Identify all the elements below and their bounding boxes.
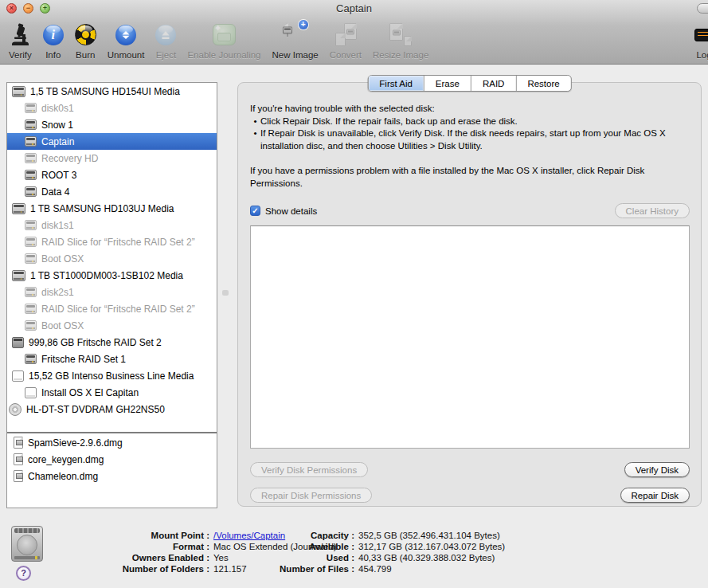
toolbar-item-resize-image: Resize Image <box>367 21 434 60</box>
sidebar-item-label: Chameleon.dmg <box>28 471 98 482</box>
window-header: × − + Captain VerifyiInfoBurnUnmountEjec… <box>0 0 708 65</box>
sidebar-item-label: RAID Slice for “Fritsche RAID Set 2” <box>41 237 195 248</box>
sidebar-item-label: 15,52 GB Intenso Business Line Media <box>29 370 194 382</box>
toolbar-item-label: Eject <box>156 50 177 60</box>
dmg-file-icon <box>14 470 23 482</box>
info-row-used: Used :40,33 GB (40.329.388.032 Bytes) <box>211 552 505 563</box>
sidebar-item-core-keygen-dmg[interactable]: core_keygen.dmg <box>7 451 217 468</box>
sidebar-item-label: Data 4 <box>41 186 69 198</box>
sidebar-item-recovery-hd[interactable]: Recovery HD <box>7 150 217 167</box>
toolbar-item-label: Info <box>45 50 61 60</box>
internal-disk-icon <box>12 203 25 214</box>
toolbar-icon-wrap <box>694 21 708 49</box>
sidebar-item-label: ROOT 3 <box>41 170 76 181</box>
toolbar-item-log[interactable]: Log <box>689 21 708 60</box>
info-label: Capacity : <box>211 530 354 541</box>
toolbar-item-label: Enable Journaling <box>187 50 260 60</box>
optical-drive-icon <box>9 403 22 416</box>
repair-disk-button[interactable]: Repair Disk <box>620 488 690 503</box>
device-list[interactable]: 1,5 TB SAMSUNG HD154UI Mediadisk0s1Snow … <box>6 82 217 508</box>
bullet-icon: • <box>250 127 260 152</box>
sidebar-item-15-52-gb-intenso-business-line-media[interactable]: 15,52 GB Intenso Business Line Media <box>7 367 217 384</box>
info-value: 352,5 GB (352.496.431.104 Bytes) <box>358 530 500 541</box>
toolbar-item-burn[interactable]: Burn <box>69 21 102 60</box>
toolbar-icon-wrap <box>115 21 136 49</box>
sidebar-item-label: RAID Slice for “Fritsche RAID Set 2” <box>41 304 195 315</box>
sidebar-item-label: disk2s1 <box>41 287 74 298</box>
resize-image-icon <box>389 23 412 46</box>
toolbar-item-new-image[interactable]: +New Image <box>267 21 324 60</box>
sidebar-item-install-os-x-el-capitan[interactable]: Install OS X El Capitan <box>7 384 217 401</box>
toolbar-icon-wrap <box>213 21 236 49</box>
info-value: 40,33 GB (40.329.388.032 Bytes) <box>358 552 495 563</box>
clear-history-button: Clear History <box>615 203 690 218</box>
sidebar-item-999-86-gb-fritsche-raid-set-2[interactable]: 999,86 GB Fritsche RAID Set 2 <box>7 334 217 351</box>
dmg-file-icon <box>14 453 23 465</box>
sidebar-item-raid-slice-for-fritsche-raid-set-2[interactable]: RAID Slice for “Fritsche RAID Set 2” <box>7 233 217 250</box>
bullet-icon: • <box>250 116 260 128</box>
raid-disk-icon <box>12 337 24 348</box>
info-label: Mount Point : <box>0 530 209 541</box>
info-label: Number of Folders : <box>0 563 209 574</box>
sidebar-item-hl-dt-st-dvdram-gh22ns50[interactable]: HL-DT-ST DVDRAM GH22NS50 <box>7 401 217 417</box>
internal-disk-icon <box>12 86 25 97</box>
sidebar-item-1-tb-samsung-hd103uj-media[interactable]: 1 TB SAMSUNG HD103UJ Media <box>7 200 217 217</box>
internal-disk-icon <box>12 270 25 281</box>
sidebar-item-1-tb-st1000dm003-1sb102-media[interactable]: 1 TB ST1000DM003-1SB102 Media <box>7 267 217 284</box>
sidebar-item-disk1s1[interactable]: disk1s1 <box>7 217 217 233</box>
details-log-area[interactable] <box>250 225 690 449</box>
toolbar-item-label: Resize Image <box>373 50 428 60</box>
sidebar-item-label: Install OS X El Capitan <box>41 387 139 398</box>
sidebar-item-spamsieve-2-9-6-dmg[interactable]: SpamSieve-2.9.6.dmg <box>7 434 217 451</box>
verify-disk-button[interactable]: Verify Disk <box>624 462 690 477</box>
sidebar-item-label: SpamSieve-2.9.6.dmg <box>28 437 123 449</box>
sidebar-item-label: Boot OSX <box>41 253 84 265</box>
volume-icon <box>25 186 37 197</box>
toolbar-item-label: Burn <box>76 50 95 60</box>
sidebar-item-fritsche-raid-set-1[interactable]: Fritsche RAID Set 1 <box>7 351 217 367</box>
disk-utility-window: × − + Captain VerifyiInfoBurnUnmountEjec… <box>0 0 708 588</box>
sidebar-item-disk0s1[interactable]: disk0s1 <box>7 100 217 116</box>
first-aid-content: If you're having trouble with the select… <box>238 83 701 506</box>
volume-icon <box>25 287 37 297</box>
info-label: Format : <box>0 541 209 552</box>
sidebar-item-data-4[interactable]: Data 4 <box>7 183 217 200</box>
instruction-bullet: •If Repair Disk is unavailable, click Ve… <box>250 127 690 152</box>
volume-info-right: Capacity :352,5 GB (352.496.431.104 Byte… <box>211 530 505 574</box>
info-icon: i <box>43 25 64 45</box>
volume-info-footer: ? Mount Point :/Volumes/CaptainFormat :M… <box>0 524 708 588</box>
volume-icon <box>25 120 37 130</box>
show-details-control[interactable]: ✓ Show details <box>250 206 317 216</box>
sidebar-item-label: 1,5 TB SAMSUNG HD154UI Media <box>30 86 180 97</box>
info-label: Available : <box>211 541 354 552</box>
toolbar-item-info[interactable]: iInfo <box>37 21 69 60</box>
toolbar-item-eject: Eject <box>150 21 182 60</box>
toolbar-item-verify[interactable]: Verify <box>3 21 37 60</box>
sidebar-item-captain[interactable]: Captain <box>7 133 217 150</box>
volume-icon <box>25 153 37 163</box>
titlebar[interactable]: × − + Captain <box>0 0 708 18</box>
toolbar-item-label: Unmount <box>108 50 145 60</box>
sidebar-item-boot-osx[interactable]: Boot OSX <box>7 317 217 334</box>
checkbox-checked-icon[interactable]: ✓ <box>250 206 260 216</box>
enable-journaling-icon <box>213 24 236 45</box>
info-value: 454.799 <box>358 563 392 574</box>
sidebar-item-snow-1[interactable]: Snow 1 <box>7 116 217 133</box>
toolbar-toggle-pill[interactable] <box>697 3 708 14</box>
external-disk-icon <box>12 370 24 382</box>
verify-button-row: Verify Disk Permissions Verify Disk <box>250 462 690 477</box>
sidebar-item-disk2s1[interactable]: disk2s1 <box>7 284 217 300</box>
show-details-label: Show details <box>265 206 317 216</box>
burn-icon <box>75 24 96 45</box>
sidebar-item-chameleon-dmg[interactable]: Chameleon.dmg <box>7 468 217 484</box>
volume-icon <box>25 136 37 147</box>
sidebar-item-root-3[interactable]: ROOT 3 <box>7 167 217 183</box>
sidebar-item-boot-osx[interactable]: Boot OSX <box>7 250 217 267</box>
sidebar-item-label: core_keygen.dmg <box>28 454 104 465</box>
toolbar-icon-wrap: + <box>287 21 304 49</box>
sidebar-item-1-5-tb-samsung-hd154ui-media[interactable]: 1,5 TB SAMSUNG HD154UI Media <box>7 83 217 100</box>
volume-icon <box>25 304 37 314</box>
toolbar-item-unmount[interactable]: Unmount <box>102 21 151 60</box>
bullet-list: •Click Repair Disk. If the repair fails,… <box>250 116 690 153</box>
sidebar-item-raid-slice-for-fritsche-raid-set-2[interactable]: RAID Slice for “Fritsche RAID Set 2” <box>7 300 217 317</box>
